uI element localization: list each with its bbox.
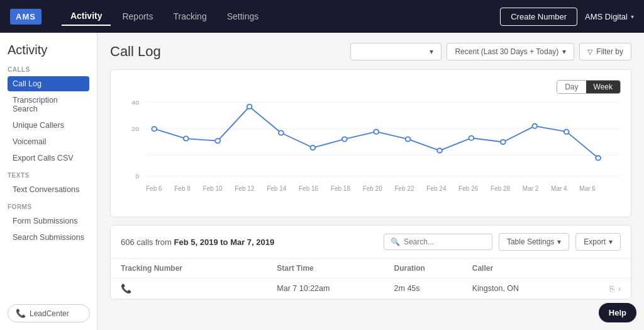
chart-area: 40 20 0 [121, 96, 621, 207]
chart-header: Day Week [121, 80, 621, 94]
recent-label: Recent (Last 30 Days + Today) [455, 47, 558, 56]
table-column-headers: Tracking Number Start Time Duration Call… [111, 259, 631, 278]
filter-icon: ▽ [587, 48, 592, 56]
content-header: Call Log ▾ Recent (Last 30 Days + Today)… [110, 43, 631, 60]
col-cell-caller: Kingston, ON [472, 284, 589, 293]
nav-item-settings[interactable]: Settings [218, 8, 268, 25]
nav-item-reports[interactable]: Reports [113, 8, 162, 25]
sidebar-item-unique-callers[interactable]: Unique Callers [8, 118, 89, 133]
line-chart: 40 20 0 [121, 96, 621, 188]
svg-point-12 [311, 145, 316, 150]
svg-point-14 [374, 130, 379, 134]
week-toggle[interactable]: Week [586, 81, 620, 93]
col-header-tracking: Tracking Number [121, 264, 277, 273]
tracking-number-dropdown[interactable]: ▾ [350, 43, 441, 60]
nav-item-tracking[interactable]: Tracking [165, 8, 216, 25]
call-icon: 📞 [121, 283, 131, 293]
table-row: 📞 Mar 7 10:22am 2m 45s Kingston, ON ⎘ › [111, 278, 631, 299]
search-input[interactable] [404, 237, 486, 246]
logo[interactable]: AMS [10, 9, 42, 25]
sidebar-section-texts-label: TEXTS [8, 172, 89, 179]
x-axis-labels: Feb 6 Feb 8 Feb 10 Feb 12 Feb 14 Feb 16 … [121, 185, 621, 192]
recent-dropdown[interactable]: Recent (Last 30 Days + Today) ▾ [447, 43, 574, 60]
svg-point-13 [342, 137, 347, 141]
sidebar: Activity CALLS Call Log Transcription Se… [0, 33, 97, 330]
col-header-caller: Caller [472, 264, 589, 273]
table-settings-label: Table Settings [507, 237, 554, 246]
lead-center-icon: 📞 [16, 309, 26, 318]
lead-center-label: LeadCenter [30, 309, 69, 318]
svg-point-9 [215, 139, 220, 143]
svg-point-17 [469, 136, 474, 140]
svg-point-21 [596, 156, 601, 160]
chevron-down-icon: ▾ [430, 47, 433, 56]
header-controls: ▾ Recent (Last 30 Days + Today) ▾ ▽ Filt… [350, 43, 631, 60]
nav-items: Activity Reports Tracking Settings [62, 7, 500, 26]
export-label: Export [584, 237, 606, 246]
sidebar-item-search-submissions[interactable]: Search Submissions [8, 230, 89, 245]
col-header-duration: Duration [394, 264, 472, 273]
logo-text: AMS [10, 9, 42, 25]
top-nav: AMS Activity Reports Tracking Settings C… [0, 0, 644, 33]
sidebar-title: Activity [8, 43, 89, 57]
filter-by-button[interactable]: ▽ Filter by [579, 43, 631, 60]
export-button[interactable]: Export ▾ [575, 233, 621, 251]
nav-item-activity[interactable]: Activity [62, 7, 111, 26]
svg-point-7 [152, 127, 157, 131]
svg-point-8 [184, 136, 189, 140]
chevron-right-icon[interactable]: › [618, 284, 621, 293]
svg-point-19 [532, 124, 537, 128]
toggle-group: Day Week [557, 80, 621, 94]
help-button[interactable]: Help [599, 303, 636, 322]
sidebar-section-forms-label: FORMS [8, 203, 89, 210]
svg-point-11 [279, 130, 284, 135]
sidebar-item-form-submissions[interactable]: Form Submissions [8, 213, 89, 229]
svg-text:20: 20 [131, 126, 139, 133]
sidebar-item-voicemail[interactable]: Voicemail [8, 134, 89, 149]
chevron-down-icon: ▾ [562, 47, 566, 56]
sidebar-item-call-log[interactable]: Call Log [8, 76, 89, 91]
copy-icon[interactable]: ⎘ [609, 284, 614, 293]
svg-point-18 [501, 140, 506, 144]
nav-right: Create Number AMS Digital ▾ [500, 8, 634, 26]
svg-text:40: 40 [131, 99, 139, 106]
svg-point-10 [247, 105, 252, 109]
page-title: Call Log [110, 43, 344, 60]
col-cell-tracking: 📞 [121, 283, 277, 293]
search-input-wrap: 🔍 [384, 234, 492, 250]
chevron-down-icon: ▾ [631, 13, 634, 20]
table-settings-button[interactable]: Table Settings ▾ [499, 233, 569, 251]
filter-label: Filter by [596, 47, 623, 56]
user-name: AMS Digital [585, 12, 628, 21]
svg-text:0: 0 [135, 173, 139, 180]
user-menu[interactable]: AMS Digital ▾ [585, 12, 634, 21]
search-icon: 🔍 [391, 237, 400, 246]
sidebar-item-transcription-search[interactable]: Transcription Search [8, 93, 89, 117]
sidebar-item-text-conversations[interactable]: Text Conversations [8, 182, 89, 197]
lead-center-button[interactable]: 📞 LeadCenter [8, 304, 90, 322]
table-card: 606 calls from Feb 5, 2019 to Mar 7, 201… [110, 225, 631, 300]
create-number-button[interactable]: Create Number [500, 8, 577, 26]
col-cell-start-time: Mar 7 10:22am [277, 284, 394, 293]
col-cell-duration: 2m 45s [394, 284, 472, 293]
col-header-start-time: Start Time [277, 264, 394, 273]
chevron-down-icon: ▾ [609, 237, 613, 246]
chart-card: Day Week 40 20 0 [110, 69, 631, 217]
chevron-down-icon: ▾ [557, 237, 561, 246]
table-header: 606 calls from Feb 5, 2019 to Mar 7, 201… [111, 225, 631, 259]
svg-point-15 [406, 137, 411, 141]
content-area: Call Log ▾ Recent (Last 30 Days + Today)… [97, 33, 644, 330]
svg-point-16 [437, 148, 442, 152]
sidebar-section-calls-label: CALLS [8, 66, 89, 73]
day-toggle[interactable]: Day [557, 81, 586, 93]
svg-point-20 [564, 130, 569, 134]
table-summary: 606 calls from Feb 5, 2019 to Mar 7, 201… [121, 237, 377, 247]
col-cell-actions: ⎘ › [589, 284, 621, 293]
sidebar-item-export-calls-csv[interactable]: Export Calls CSV [8, 151, 89, 166]
